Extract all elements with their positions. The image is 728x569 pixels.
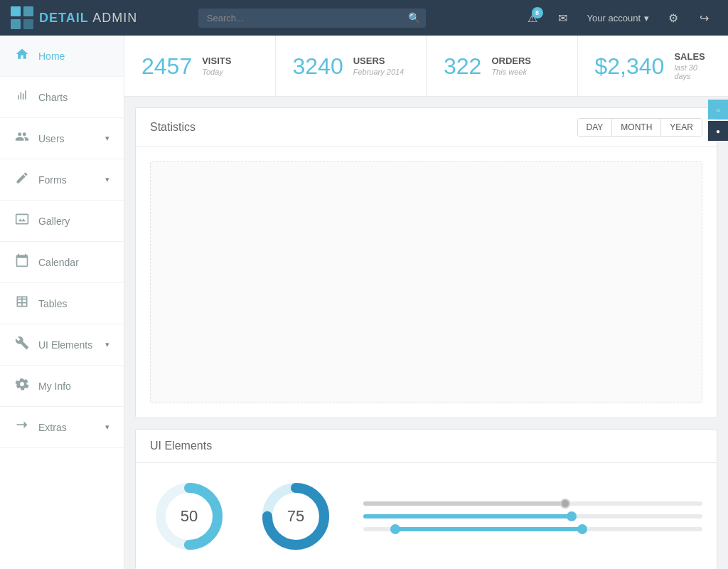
users-chevron-icon: ▾ (105, 134, 109, 143)
settings-button[interactable]: ⚙ (660, 4, 687, 31)
orders-sub: This week (491, 68, 531, 76)
orders-label: ORDERS (491, 55, 531, 66)
donut-1-label: 50 (181, 507, 198, 526)
svg-rect-1 (23, 6, 33, 16)
sidebar-label-home: Home (38, 50, 65, 62)
sidebar-label-tables: Tables (38, 298, 67, 309)
sidebar-item-users[interactable]: Users ▾ (0, 118, 124, 159)
main-layout: Home Charts Users ▾ Forms ▾ Gall (0, 36, 728, 569)
sidebar-label-ui-elements: UI Elements (38, 339, 92, 351)
search-input[interactable] (198, 9, 426, 28)
ui-elements-chevron-icon: ▾ (105, 340, 109, 349)
settings-icon: ⚙ (668, 11, 678, 25)
sidebar-label-charts: Charts (38, 92, 68, 103)
right-btn-2[interactable]: ● (708, 121, 728, 141)
day-button[interactable]: DAY (578, 119, 613, 136)
logo-icon (11, 6, 33, 29)
ui-elements-body: 50 75 (136, 463, 717, 569)
extras-icon (14, 418, 30, 436)
sidebar-label-gallery: Gallery (38, 216, 70, 227)
sidebar-label-my-info: My Info (38, 381, 71, 392)
search-box: 🔍 (198, 9, 426, 28)
alert-badge: 8 (532, 7, 543, 18)
sidebar-item-ui-elements[interactable]: UI Elements ▾ (0, 324, 124, 366)
my-info-icon (14, 377, 30, 395)
sidebar-item-home[interactable]: Home (0, 36, 124, 77)
statistics-chart-area (136, 147, 717, 418)
sidebar: Home Charts Users ▾ Forms ▾ Gall (0, 36, 124, 569)
share-button[interactable]: ↪ (690, 4, 717, 31)
year-button[interactable]: YEAR (661, 119, 702, 136)
ui-elements-section: UI Elements 50 75 (135, 429, 717, 569)
slider-2[interactable] (363, 514, 702, 519)
tables-icon (14, 294, 30, 312)
statistics-btn-group: DAY MONTH YEAR (577, 118, 702, 137)
slider-1[interactable] (363, 501, 702, 506)
slider-3[interactable] (363, 527, 702, 531)
statistics-panel: Statistics DAY MONTH YEAR (135, 107, 717, 418)
extras-chevron-icon: ▾ (105, 422, 109, 432)
statistics-panel-header: Statistics DAY MONTH YEAR (136, 108, 717, 147)
sidebar-label-calendar: Calendar (38, 257, 79, 268)
account-button[interactable]: Your account ▾ (580, 9, 656, 28)
charts-icon (14, 88, 30, 106)
gallery-icon (14, 212, 30, 230)
alerts-button[interactable]: ⚠ 8 (519, 4, 546, 31)
svg-rect-3 (23, 19, 33, 29)
sales-number: $2,340 (595, 55, 665, 78)
stat-orders: 322 ORDERS This week (427, 36, 578, 96)
donut-chart-2: 75 (257, 477, 335, 555)
ui-elements-header: UI Elements (136, 430, 717, 463)
sales-sub: last 30 days (674, 63, 711, 80)
search-button[interactable]: 🔍 (408, 12, 420, 23)
donut-chart-1: 50 (150, 477, 228, 555)
messages-button[interactable]: ✉ (550, 4, 577, 31)
chart-placeholder (150, 161, 702, 403)
right-btn-1[interactable]: ○ (708, 100, 728, 119)
share-icon: ↪ (700, 11, 709, 25)
orders-number: 322 (444, 55, 481, 78)
sidebar-item-charts[interactable]: Charts (0, 77, 124, 118)
content-area: 2457 VISITS Today 3240 USERS February 20… (124, 36, 728, 569)
right-side-buttons: ○ ● (708, 100, 728, 141)
users-number: 3240 (293, 55, 343, 78)
users-sub: February 2014 (353, 68, 405, 76)
stats-row: 2457 VISITS Today 3240 USERS February 20… (124, 36, 728, 97)
stat-users: 3240 USERS February 2014 (276, 36, 427, 96)
users-icon (14, 129, 30, 147)
sidebar-item-extras[interactable]: Extras ▾ (0, 407, 124, 448)
logo-text: DETAIL ADMIN (39, 11, 137, 26)
donut-2-label: 75 (287, 507, 304, 526)
sidebar-item-forms[interactable]: Forms ▾ (0, 159, 124, 201)
sidebar-label-extras: Extras (38, 422, 67, 433)
sidebar-item-calendar[interactable]: Calendar (0, 242, 124, 283)
sliders-area (363, 501, 702, 531)
visits-sub: Today (202, 68, 231, 76)
sales-label: SALES (674, 51, 711, 62)
top-navigation: DETAIL ADMIN 🔍 ⚠ 8 ✉ Your account ▾ ⚙ ↪ (0, 0, 728, 36)
sidebar-item-gallery[interactable]: Gallery (0, 201, 124, 242)
account-label: Your account (587, 13, 641, 23)
svg-rect-2 (11, 19, 21, 29)
statistics-title: Statistics (150, 121, 196, 134)
month-button[interactable]: MONTH (612, 119, 661, 136)
home-icon (14, 47, 30, 65)
visits-number: 2457 (141, 55, 192, 78)
sidebar-item-my-info[interactable]: My Info (0, 366, 124, 407)
sidebar-label-users: Users (38, 133, 65, 144)
stat-visits: 2457 VISITS Today (124, 36, 276, 96)
sidebar-label-forms: Forms (38, 174, 67, 186)
calendar-icon (14, 253, 30, 271)
sidebar-item-tables[interactable]: Tables (0, 283, 124, 324)
stat-sales: $2,340 SALES last 30 days (578, 36, 729, 96)
account-chevron-icon: ▾ (644, 13, 649, 23)
forms-icon (14, 171, 30, 188)
logo: DETAIL ADMIN (11, 6, 137, 29)
forms-chevron-icon: ▾ (105, 175, 109, 184)
ui-elements-title: UI Elements (150, 440, 212, 452)
ui-elements-icon (14, 336, 30, 353)
nav-right: ⚠ 8 ✉ Your account ▾ ⚙ ↪ (519, 4, 717, 31)
users-label: USERS (353, 55, 405, 66)
visits-label: VISITS (202, 55, 231, 66)
mail-icon: ✉ (558, 11, 567, 25)
